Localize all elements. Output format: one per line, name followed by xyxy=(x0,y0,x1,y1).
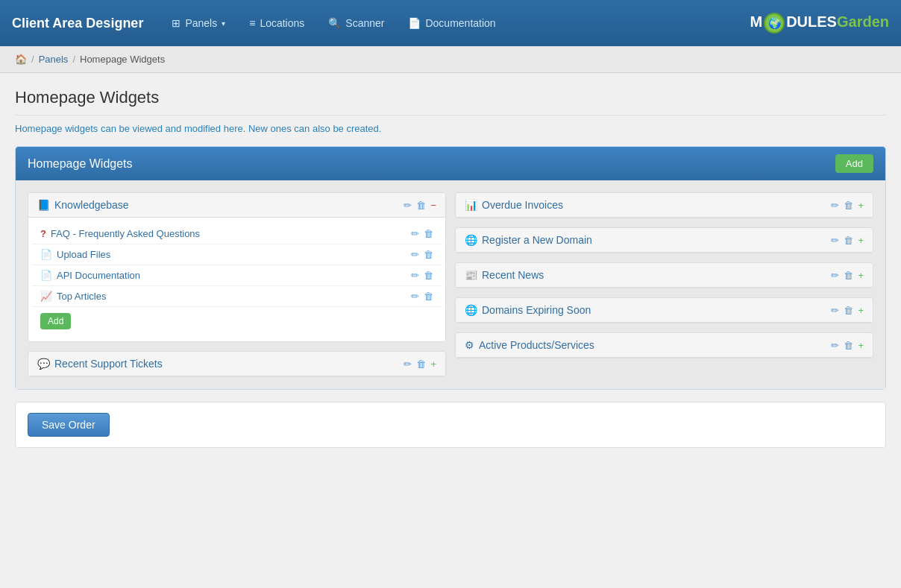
widget-card-domains-expiring: 🌐 Domains Expiring Soon ✏ 🗑 + xyxy=(455,297,873,323)
app-brand: Client Area Designer xyxy=(12,16,143,31)
logo-globe-icon: 🌍 xyxy=(764,13,785,34)
active-products-title-area: ⚙ Active Products/Services xyxy=(465,339,594,351)
top-articles-label: Top Articles xyxy=(57,291,106,302)
panels-icon: ⊞ xyxy=(172,17,180,29)
panels-label: Panels xyxy=(185,17,217,29)
widget-card-support-tickets: 💬 Recent Support Tickets ✏ 🗑 + xyxy=(28,351,446,377)
add-widget-button[interactable]: Add xyxy=(835,154,873,173)
breadcrumb-panels[interactable]: Panels xyxy=(39,54,69,65)
documentation-label: Documentation xyxy=(425,17,495,29)
widget-card-recent-news: 📰 Recent News ✏ 🗑 + xyxy=(455,262,873,288)
list-item: ? FAQ - Frequently Asked Questions ✏ 🗑 xyxy=(31,224,442,244)
active-products-actions: ✏ 🗑 + xyxy=(831,340,864,351)
nav-scanner[interactable]: 🔍 Scanner xyxy=(318,11,395,35)
breadcrumb-current: Homepage Widgets xyxy=(80,54,165,65)
top-articles-edit-icon[interactable]: ✏ xyxy=(411,291,419,302)
active-products-delete-icon[interactable]: 🗑 xyxy=(844,340,853,351)
left-column: 📘 Knowledgebase ✏ 🗑 − ? xyxy=(28,192,446,377)
widget-panel-title: Homepage Widgets xyxy=(28,157,133,171)
widget-panel-header: Homepage Widgets Add xyxy=(16,147,885,180)
top-articles-delete-icon[interactable]: 🗑 xyxy=(424,291,433,302)
support-tickets-header: 💬 Recent Support Tickets ✏ 🗑 + xyxy=(28,352,445,376)
nav-panels[interactable]: ⊞ Panels ▾ xyxy=(161,11,236,35)
knowledgebase-delete-icon[interactable]: 🗑 xyxy=(416,200,426,211)
api-doc-label: API Documentation xyxy=(57,270,140,281)
domains-expiring-actions: ✏ 🗑 + xyxy=(831,305,864,316)
overdue-invoices-title: Overdue Invoices xyxy=(482,199,563,211)
recent-news-delete-icon[interactable]: 🗑 xyxy=(844,270,853,281)
domains-expiring-icon: 🌐 xyxy=(465,304,477,316)
api-edit-icon[interactable]: ✏ xyxy=(411,270,419,281)
recent-news-actions: ✏ 🗑 + xyxy=(831,270,864,281)
logo: M🌍DULESGarden xyxy=(750,13,890,34)
support-tickets-delete-icon[interactable]: 🗑 xyxy=(416,358,426,370)
recent-news-expand-icon[interactable]: + xyxy=(858,270,864,281)
register-domain-delete-icon[interactable]: 🗑 xyxy=(844,235,853,246)
knowledgebase-edit-icon[interactable]: ✏ xyxy=(404,200,412,211)
overdue-invoices-header: 📊 Overdue Invoices ✏ 🗑 + xyxy=(456,193,873,218)
support-tickets-actions: ✏ 🗑 + xyxy=(404,358,436,370)
knowledgebase-title: Knowledgebase xyxy=(54,199,129,211)
upload-label: Upload Files xyxy=(57,249,110,260)
nav-documentation[interactable]: 📄 Documentation xyxy=(398,11,506,35)
upload-edit-icon[interactable]: ✏ xyxy=(411,249,419,260)
recent-news-title: Recent News xyxy=(482,269,544,281)
api-delete-icon[interactable]: 🗑 xyxy=(424,270,433,281)
documentation-icon: 📄 xyxy=(408,17,421,29)
domains-expiring-delete-icon[interactable]: 🗑 xyxy=(844,305,853,316)
register-domain-header: 🌐 Register a New Domain ✏ 🗑 + xyxy=(456,228,873,253)
logo-odules: DULES xyxy=(786,13,837,30)
nav-locations[interactable]: ≡ Locations xyxy=(239,11,315,35)
locations-icon: ≡ xyxy=(249,17,255,29)
home-icon[interactable]: 🏠 xyxy=(15,54,27,65)
breadcrumb: 🏠 / Panels / Homepage Widgets xyxy=(0,46,901,73)
scanner-icon: 🔍 xyxy=(328,17,341,29)
recent-news-icon: 📰 xyxy=(465,269,477,281)
save-bar: Save Order xyxy=(15,402,886,448)
recent-news-edit-icon[interactable]: ✏ xyxy=(831,270,839,281)
active-products-icon: ⚙ xyxy=(465,339,474,351)
widget-card-register-domain: 🌐 Register a New Domain ✏ 🗑 + xyxy=(455,227,873,253)
knowledgebase-title-area: 📘 Knowledgebase xyxy=(37,199,129,211)
navbar-nav: ⊞ Panels ▾ ≡ Locations 🔍 Scanner 📄 Docum… xyxy=(161,11,750,35)
support-tickets-title: Recent Support Tickets xyxy=(54,358,163,370)
register-domain-expand-icon[interactable]: + xyxy=(858,235,864,246)
scanner-label: Scanner xyxy=(345,17,384,29)
knowledgebase-icon: 📘 xyxy=(37,199,50,211)
breadcrumb-sep1: / xyxy=(31,54,34,65)
register-domain-edit-icon[interactable]: ✏ xyxy=(831,235,839,246)
active-products-expand-icon[interactable]: + xyxy=(858,340,864,351)
domains-expiring-expand-icon[interactable]: + xyxy=(858,305,864,316)
overdue-invoices-expand-icon[interactable]: + xyxy=(858,200,864,211)
faq-edit-icon[interactable]: ✏ xyxy=(411,228,419,239)
active-products-header: ⚙ Active Products/Services ✏ 🗑 + xyxy=(456,333,873,358)
domains-expiring-edit-icon[interactable]: ✏ xyxy=(831,305,839,316)
register-domain-actions: ✏ 🗑 + xyxy=(831,235,864,246)
top-articles-icon: 📈 xyxy=(40,291,52,302)
info-text-prefix: Homepage widgets can be viewed and modif… xyxy=(15,123,245,134)
faq-delete-icon[interactable]: 🗑 xyxy=(424,228,433,239)
info-text: Homepage widgets can be viewed and modif… xyxy=(15,123,886,134)
active-products-edit-icon[interactable]: ✏ xyxy=(831,340,839,351)
widget-card-knowledgebase-header: 📘 Knowledgebase ✏ 🗑 − xyxy=(28,193,445,218)
overdue-invoices-delete-icon[interactable]: 🗑 xyxy=(844,200,853,211)
logo-m: M xyxy=(750,13,763,30)
overdue-invoices-edit-icon[interactable]: ✏ xyxy=(831,200,839,211)
register-domain-icon: 🌐 xyxy=(465,234,477,246)
recent-news-header: 📰 Recent News ✏ 🗑 + xyxy=(456,263,873,288)
save-order-button[interactable]: Save Order xyxy=(28,413,110,437)
api-doc-icon: 📄 xyxy=(40,270,52,281)
list-item: 📄 API Documentation ✏ 🗑 xyxy=(31,265,442,286)
recent-news-title-area: 📰 Recent News xyxy=(465,269,544,281)
knowledgebase-collapse-icon[interactable]: − xyxy=(430,200,436,211)
support-tickets-edit-icon[interactable]: ✏ xyxy=(404,358,412,370)
knowledgebase-add-button[interactable]: Add xyxy=(40,313,71,329)
upload-icon: 📄 xyxy=(40,249,52,260)
upload-delete-icon[interactable]: 🗑 xyxy=(424,249,433,260)
breadcrumb-sep2: / xyxy=(72,54,75,65)
register-domain-title: Register a New Domain xyxy=(482,234,592,246)
info-text-linked[interactable]: New ones can also be created. xyxy=(248,123,382,134)
widget-card-active-products: ⚙ Active Products/Services ✏ 🗑 + xyxy=(455,332,873,358)
list-item: 📈 Top Articles ✏ 🗑 xyxy=(31,286,442,307)
support-tickets-expand-icon[interactable]: + xyxy=(430,358,436,370)
